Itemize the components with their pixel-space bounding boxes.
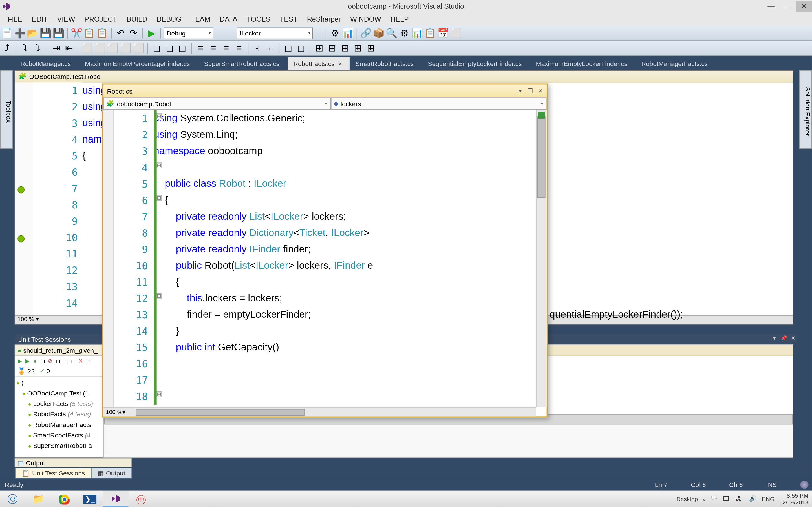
float-code-text[interactable]: using System.Collections.Generic;using S… [154, 110, 535, 407]
class-dropdown[interactable]: 🧩 oobootcamp.Robot [103, 98, 331, 110]
menu-project[interactable]: PROJECT [80, 13, 122, 25]
scrollbar-thumb[interactable] [136, 409, 305, 416]
taskbar-chrome-icon[interactable] [51, 491, 77, 507]
cut-icon[interactable]: ✂️ [71, 27, 82, 39]
paste-icon[interactable]: 📋 [96, 27, 108, 39]
collapse-toggle-icon[interactable]: ⊟ [156, 113, 162, 119]
stop-icon[interactable]: ⊘ [47, 357, 54, 364]
scrollbar-thumb[interactable] [537, 116, 545, 198]
menu-team[interactable]: TEAM [186, 13, 215, 25]
float-zoom-level[interactable]: 100 % ▾ [103, 407, 136, 416]
undo-icon[interactable]: ↶ [114, 27, 126, 39]
menu-build[interactable]: BUILD [122, 13, 152, 25]
nav-icon[interactable]: ⊞ [352, 42, 363, 54]
save-all-icon[interactable]: 💾 [53, 27, 64, 39]
add-icon[interactable]: ➕ [14, 27, 26, 39]
collapse-toggle-icon[interactable]: ⊟ [156, 293, 162, 299]
test-tree-item[interactable]: ● ( [16, 378, 102, 388]
tool-icon[interactable]: ⚙ [329, 27, 341, 39]
collapse-toggle-icon[interactable]: ⊟ [156, 391, 162, 397]
doc-tab[interactable]: RobotFacts.cs× [288, 57, 350, 70]
tray-battery-icon[interactable]: 🗔 [723, 495, 731, 503]
unit-test-tree[interactable]: ● (● OOBootCamp.Test (1● LockerFacts (5 … [15, 377, 103, 453]
solution-explorer-sidebar-tab[interactable]: Solution Explorer [799, 70, 812, 149]
doc-tab[interactable]: SequentialEmptyLockerFinder.cs [422, 57, 530, 70]
tool-icon[interactable]: 📋 [424, 27, 436, 39]
nav-icon[interactable]: ≡ [233, 42, 245, 54]
menu-window[interactable]: WINDOW [346, 13, 386, 25]
menu-file[interactable]: FILE [3, 13, 27, 25]
nav-icon[interactable]: ⊞ [326, 42, 338, 54]
menu-debug[interactable]: DEBUG [152, 13, 186, 25]
taskbar-explorer-icon[interactable]: 📁 [26, 491, 51, 507]
nav-icon[interactable]: ⇥ [50, 42, 62, 54]
taskbar-visualstudio-icon[interactable] [103, 491, 129, 507]
tool-icon[interactable]: ⬜ [450, 27, 462, 39]
bottom-tab[interactable]: ▦Output [91, 468, 132, 478]
window-close-button[interactable]: ✕ [796, 1, 812, 12]
tool-icon[interactable]: ◻ [39, 357, 46, 364]
nav-icon[interactable]: ⤴ [1, 42, 13, 54]
open-icon[interactable]: 📂 [27, 27, 38, 39]
menu-tools[interactable]: TOOLS [242, 13, 275, 25]
float-close-icon[interactable]: ✕ [536, 87, 544, 95]
debug-icon[interactable]: ● [32, 357, 39, 364]
taskbar-clock[interactable]: 8:55 PM12/19/2013 [779, 492, 809, 506]
tool-icon[interactable]: 📊 [342, 27, 354, 39]
tool-icon[interactable]: 🔍 [386, 27, 397, 39]
nav-icon[interactable]: ≡ [220, 42, 232, 54]
test-tree-item[interactable]: ● RobotFacts (4 tests) [16, 409, 102, 420]
menu-edit[interactable]: EDIT [27, 13, 52, 25]
taskbar-chevron-icon[interactable]: » [703, 496, 706, 502]
tool-icon[interactable]: ◻ [70, 357, 77, 364]
nav-icon[interactable]: ≡ [195, 42, 206, 54]
collapse-toggle-icon[interactable]: ⊟ [156, 162, 162, 168]
float-maximize-icon[interactable]: ❐ [526, 87, 534, 95]
nav-icon[interactable]: ⊞ [313, 42, 325, 54]
nav-icon[interactable]: ◻ [164, 42, 175, 54]
tool-icon[interactable]: ◻ [62, 357, 69, 364]
taskbar-language[interactable]: ENG [762, 496, 774, 502]
floating-window-titlebar[interactable]: Robot.cs ▾ ❐ ✕ [103, 85, 547, 98]
menu-help[interactable]: HELP [386, 13, 413, 25]
tray-network-icon[interactable]: 🖧 [736, 495, 744, 503]
vertical-scrollbar[interactable] [536, 110, 546, 407]
member-dropdown[interactable]: ◆ lockers [331, 98, 547, 110]
tray-volume-icon[interactable]: 🔊 [749, 495, 757, 503]
nav-icon[interactable]: ⬜ [107, 42, 118, 54]
menu-data[interactable]: DATA [215, 13, 242, 25]
nav-icon[interactable]: ◻ [282, 42, 294, 54]
tool-icon[interactable]: 📊 [412, 27, 423, 39]
redo-icon[interactable]: ↷ [128, 27, 139, 39]
test-tree-item[interactable]: ● SmartRobotFacts (4 [16, 431, 102, 441]
nav-icon[interactable]: ⊞ [339, 42, 351, 54]
menu-resharper[interactable]: ReSharper [302, 13, 345, 25]
doc-tab[interactable]: RobotManager.cs [15, 57, 79, 70]
copy-icon[interactable]: 📋 [84, 27, 95, 39]
output-sub-tab[interactable]: ▦ Output [15, 458, 132, 468]
tab-close-icon[interactable]: × [338, 61, 342, 67]
nav-icon[interactable]: ◻ [176, 42, 188, 54]
start-debug-icon[interactable]: ▶ [146, 27, 157, 39]
run-icon[interactable]: ▶ [24, 357, 31, 364]
nav-icon[interactable]: ⬜ [133, 42, 144, 54]
doc-tab[interactable]: SmartRobotFacts.cs [350, 57, 422, 70]
nav-icon[interactable]: ⤵ [19, 42, 31, 54]
floating-editor-window[interactable]: Robot.cs ▾ ❐ ✕ 🧩 oobootcamp.Robot ◆ lock… [102, 83, 548, 417]
remove-icon[interactable]: ✕ [77, 357, 84, 364]
save-icon[interactable]: 💾 [40, 27, 51, 39]
floating-code-area[interactable]: 123456789101112131415161718 using System… [103, 110, 547, 407]
test-marker-icon[interactable] [17, 235, 24, 242]
nav-icon[interactable]: ⫟ [264, 42, 276, 54]
resize-grip-icon[interactable] [800, 481, 808, 489]
nav-icon[interactable]: ⤵ [32, 42, 44, 54]
test-tree-item[interactable]: ● RobotManagerFacts [16, 420, 102, 431]
doc-tab[interactable]: MaximumEmptyPercentageFinder.cs [79, 57, 198, 70]
new-project-icon[interactable]: 📄 [1, 27, 13, 39]
nav-icon[interactable]: ⫞ [252, 42, 263, 54]
tool-icon[interactable]: ◻ [54, 357, 61, 364]
taskbar-app-icon[interactable]: ㊥ [129, 491, 154, 507]
collapse-toggle-icon[interactable]: ⊟ [156, 195, 162, 201]
tool-icon[interactable]: 📦 [373, 27, 385, 39]
nav-icon[interactable]: ≡ [207, 42, 219, 54]
